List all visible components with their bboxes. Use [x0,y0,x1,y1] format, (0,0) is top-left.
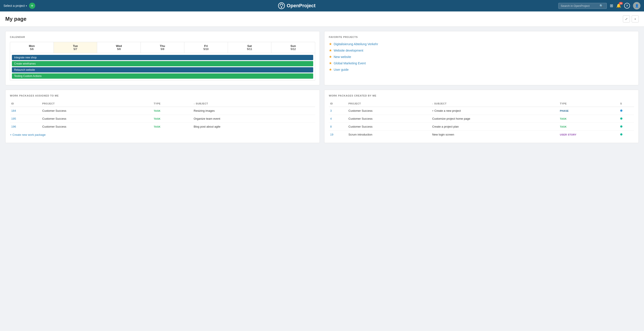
favorite-project-link[interactable]: Website development [334,49,363,52]
col-type: TYPE [152,101,192,107]
wp-subject-cell: Create a project plan [431,123,558,131]
calendar-event[interactable]: Integrate new shop [12,55,313,60]
page-title: My page [5,16,26,22]
table-row: 19 Scrum introduction New login screen U… [329,131,634,139]
wp-subject-cell: Customize project home page [431,115,558,123]
assigned-wp-body: 184 Customer Success TASK Resizing image… [10,107,315,131]
openproject-logo-icon [278,2,285,9]
avatar-image: 👤 [633,2,640,10]
created-wp-table: ID PROJECT ↕ SUBJECT TYPE S 3 Customer S… [329,101,634,138]
expand-icon[interactable]: ▾ [432,109,434,112]
wp-type-cell: PHASE [558,107,619,115]
assigned-wp-table: ID PROJECT TYPE ↕ SUBJECT 184 Customer S… [10,101,315,130]
status-dot [620,133,622,136]
nav-center: OpenProject [38,2,556,9]
wp-status-cell [619,107,634,115]
wp-id-link[interactable]: 184 [11,109,16,112]
col-subject: ↕ SUBJECT [192,101,315,107]
wp-subject-cell: Organize team event [192,115,315,123]
top-navigation: Select a project ▾ + OpenProject 🔍 ⊞ 🔔 1… [0,0,644,12]
wp-id-link[interactable]: 4 [330,117,332,120]
favorite-project-link[interactable]: Global Marketing Event [334,62,366,65]
created-wp-header-row: ID PROJECT ↕ SUBJECT TYPE S [329,101,634,107]
create-work-package-link[interactable]: + Create new work package [10,133,315,136]
calendar-day-header: Thu5/9 [141,42,184,53]
nav-left: Select a project ▾ + [4,3,35,9]
wp-id-cell: 8 [329,123,347,131]
wp-id-link[interactable]: 195 [11,117,16,120]
wp-type-badge: PHASE [560,110,569,112]
project-selector[interactable]: Select a project ▾ [4,4,27,8]
wp-type-cell: USER STORY [558,131,619,139]
wp-id-cell: 184 [10,107,41,115]
favorite-project-item: ★ Website development [329,48,634,53]
notifications-icon[interactable]: 🔔 11 [616,3,621,8]
col-id: ID [10,101,41,107]
search-box[interactable]: 🔍 [558,3,607,9]
favorite-project-item: ★ Global Marketing Event [329,61,634,65]
help-icon[interactable]: ? [624,3,630,9]
assigned-work-packages-card: WORK PACKAGES ASSIGNED TO ME ID PROJECT … [5,90,320,143]
wp-id-link[interactable]: 8 [330,125,332,128]
status-dot [620,125,622,128]
favorite-project-link[interactable]: New website [334,55,351,59]
wp-id-link[interactable]: 196 [11,125,16,128]
wp-id-cell: 3 [329,107,347,115]
favorite-project-item: ★ User guide [329,68,634,72]
col-project: PROJECT [41,101,152,107]
calendar-grid: Mon5/6Tue5/7Wed5/8Thu5/9Fri5/10Sat5/11Su… [10,42,315,81]
add-project-button[interactable]: + [29,3,35,9]
wp-type-cell: TASK [558,115,619,123]
create-link-label: Create new work package [12,133,46,136]
user-avatar[interactable]: 👤 [633,2,640,10]
sort-icon: ↕ [194,103,195,105]
calendar-event[interactable]: Create wireframes [12,61,313,66]
calendar-card: CALENDAR Mon5/6Tue5/7Wed5/8Thu5/9Fri5/10… [5,31,320,85]
wp-subject-cell: Blog post about agile [192,123,315,131]
add-widget-button[interactable]: + [632,16,639,23]
wp-id-cell: 196 [10,123,41,131]
calendar-day-header: Sat5/11 [228,42,272,53]
created-work-packages-card: WORK PACKAGES CREATED BY ME ID PROJECT ↕… [324,90,639,143]
create-plus-icon: + [10,133,12,136]
main-content: CALENDAR Mon5/6Tue5/7Wed5/8Thu5/9Fri5/10… [0,27,644,147]
status-dot [620,117,622,120]
table-row: 195 Customer Success TASK Organize team … [10,115,315,123]
calendar-day-header: Wed5/8 [97,42,141,53]
star-icon: ★ [329,68,332,72]
calendar-day-header: Sun5/12 [271,42,315,53]
calendar-event[interactable]: Relaunch website [12,67,313,73]
svg-point-1 [281,7,282,8]
wp-id-link[interactable]: 3 [330,109,332,112]
wp-id-link[interactable]: 19 [330,133,333,136]
grid-icon[interactable]: ⊞ [610,3,613,8]
favorite-projects-list: ★ Digitalisierung Abteilung Verkehr★ Web… [329,42,634,72]
wp-type-badge: TASK [560,117,567,120]
wp-status-cell [619,123,634,131]
search-input[interactable] [561,4,598,8]
assigned-wp-title: WORK PACKAGES ASSIGNED TO ME [10,94,315,97]
favorite-project-item: ★ New website [329,55,634,59]
calendar-body: Integrate new shopCreate wireframesRelau… [10,53,315,81]
star-icon: ★ [329,55,332,59]
wp-subject-cell: ▾Create a new project [431,107,558,115]
favorite-project-link[interactable]: Digitalisierung Abteilung Verkehr [334,42,378,46]
fullscreen-button[interactable]: ⤢ [623,16,630,23]
table-row: 3 Customer Success ▾Create a new project… [329,107,634,115]
wp-project-cell: Customer Success [347,123,431,131]
col-id: ID [329,101,347,107]
created-wp-body: 3 Customer Success ▾Create a new project… [329,107,634,139]
wp-id-cell: 19 [329,131,347,139]
project-selector-label: Select a project [4,4,25,8]
wp-project-cell: Scrum introduction [347,131,431,139]
wp-project-cell: Customer Success [41,115,152,123]
chevron-down-icon: ▾ [26,5,27,7]
calendar-event[interactable]: Testing Custom Actions [12,73,313,79]
favorite-project-link[interactable]: User guide [334,68,349,71]
favorite-projects-card: FAVORITE PROJECTS ★ Digitalisierung Abte… [324,31,639,85]
star-icon: ★ [329,48,332,53]
calendar-day-header: Tue5/7 [54,42,97,53]
col-subject: ↕ SUBJECT [431,101,558,107]
fullscreen-icon: ⤢ [625,17,628,21]
table-row: 8 Customer Success Create a project plan… [329,123,634,131]
